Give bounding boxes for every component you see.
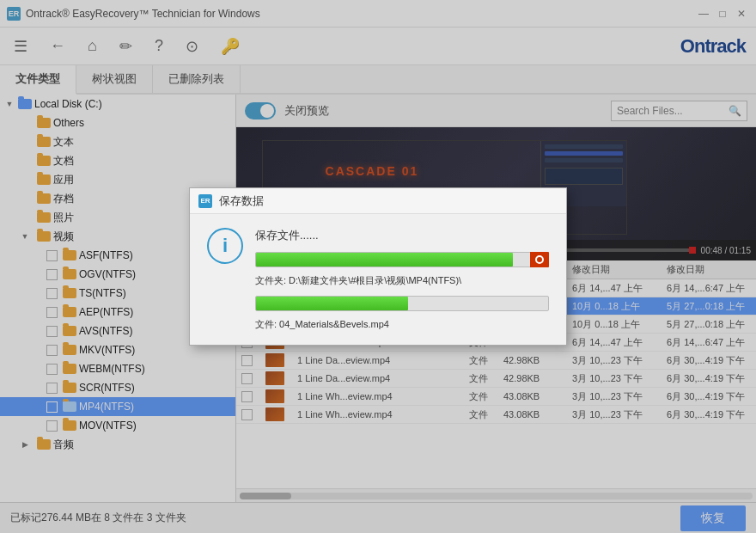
file-name-text: 文件: 04_Materials&Bevels.mp4 (255, 318, 549, 331)
saving-text: 保存文件...... (255, 228, 549, 243)
modal-title-bar: ER 保存数据 (190, 188, 566, 214)
progress-section-1 (255, 252, 549, 267)
progress-bar-2 (255, 296, 549, 311)
info-icon: i (207, 228, 243, 264)
modal-icon: ER (198, 194, 212, 208)
modal-content: 保存文件...... 文件夹: D:\新建文件夹\#根目录\视频\MP4(NTF… (255, 228, 549, 331)
modal-title: 保存数据 (219, 193, 264, 209)
progress-bar-1 (255, 252, 549, 267)
folder-path-text: 文件夹: D:\新建文件夹\#根目录\视频\MP4(NTFS)\ (255, 274, 549, 287)
stop-button[interactable] (530, 252, 549, 267)
progress-fill-1 (256, 253, 513, 266)
save-dialog: ER 保存数据 i 保存文件...... 文件夹: D:\新建 (189, 187, 567, 346)
modal-body: i 保存文件...... 文件夹: D:\新建文件夹\#根目录\视频\MP4(N… (190, 214, 566, 345)
progress-fill-2 (256, 297, 408, 310)
modal-overlay: ER 保存数据 i 保存文件...... 文件夹: D:\新建 (0, 0, 756, 533)
stop-icon (535, 255, 544, 264)
progress-section-2 (255, 296, 549, 311)
